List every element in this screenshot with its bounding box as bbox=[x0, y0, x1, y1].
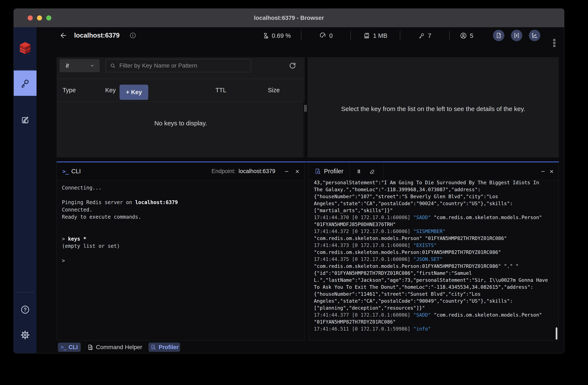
profiler-scrollbar[interactable] bbox=[556, 327, 557, 340]
kebab-dot bbox=[553, 42, 555, 44]
tab-command-helper-label: Command Helper bbox=[96, 344, 142, 351]
filter-sliders-icon bbox=[64, 62, 71, 69]
search-input[interactable] bbox=[119, 62, 238, 69]
sidebar-item-settings[interactable] bbox=[14, 324, 37, 345]
cli-header: >_ CLI Endpoint: localhost:6379 − × bbox=[57, 162, 305, 180]
profiler-title-group: Profiler bbox=[309, 168, 349, 175]
profiler-minimize-button[interactable]: − bbox=[541, 168, 545, 175]
json-file-icon: {;} bbox=[495, 32, 502, 39]
pause-icon[interactable] bbox=[356, 168, 362, 174]
tab-cli[interactable]: >_ CLI bbox=[58, 343, 81, 352]
stat-memory: 1 MB bbox=[351, 32, 400, 39]
redis-logo-icon bbox=[19, 41, 32, 54]
stat-keys-value: 7 bbox=[428, 32, 431, 39]
log-line: "com.redis.om.skeleton.models.Person:01F… bbox=[314, 263, 555, 270]
key-type-filter-dropdown[interactable] bbox=[60, 59, 100, 72]
log-line: The Galaxy.","homeLoc":"-118.399968,34.0… bbox=[314, 186, 555, 193]
log-line: "com.redis.om.skeleton.models.Person" "0… bbox=[314, 235, 555, 242]
clear-eraser-icon[interactable] bbox=[369, 168, 375, 175]
log-line: {"houseNumber":"11461","street":"Sunset … bbox=[314, 291, 555, 298]
stat-memory-value: 1 MB bbox=[373, 32, 387, 39]
tab-profiler[interactable]: Profiler bbox=[148, 343, 180, 352]
analytics-button[interactable] bbox=[529, 30, 540, 41]
app-window: localhost:6379 - Browser bbox=[14, 8, 564, 353]
key-icon bbox=[418, 32, 425, 39]
resize-bar bbox=[305, 105, 305, 112]
json-file-button[interactable]: {;} bbox=[493, 30, 504, 41]
divider bbox=[16, 70, 34, 70]
hourglass-icon bbox=[262, 32, 269, 39]
stat-commands: 0 bbox=[301, 32, 350, 39]
sidebar-item-help[interactable]: ? bbox=[14, 299, 37, 320]
keyboard-button[interactable] bbox=[511, 30, 522, 41]
cli-minimize-button[interactable]: − bbox=[285, 168, 289, 175]
svg-text:?: ? bbox=[24, 307, 27, 312]
panel-resize-handle[interactable] bbox=[305, 105, 307, 112]
log-line: 17:41:44.372 [0 172.17.0.1:60006] "SISME… bbox=[314, 228, 555, 235]
window-title: localhost:6379 - Browser bbox=[14, 9, 564, 27]
divider bbox=[16, 292, 34, 293]
log-line: ["martial_arts","skills"]}" bbox=[314, 207, 555, 214]
search-icon bbox=[110, 62, 116, 69]
profiler-icon bbox=[150, 344, 156, 350]
log-line: Angeles","state":"CA","postalCode":"9004… bbox=[314, 298, 555, 304]
sidebar-item-workbench[interactable] bbox=[14, 108, 37, 132]
titlebar: localhost:6379 - Browser bbox=[14, 9, 564, 27]
memory-card-icon bbox=[363, 32, 370, 39]
divider bbox=[57, 101, 305, 102]
back-button[interactable] bbox=[59, 31, 67, 40]
column-type[interactable]: Type bbox=[63, 79, 76, 101]
redis-logo bbox=[14, 38, 37, 57]
help-icon: ? bbox=[20, 305, 30, 315]
profiler-output[interactable]: 43,"personalStatement":"I Am Going To Di… bbox=[309, 181, 559, 340]
svg-text:{;}: {;} bbox=[497, 35, 500, 37]
speedometer-icon bbox=[319, 32, 326, 39]
column-key[interactable]: Key bbox=[105, 79, 116, 101]
users-icon bbox=[460, 32, 467, 39]
sidebar-item-browser[interactable] bbox=[14, 70, 37, 96]
profiler-header: Profiler − × bbox=[309, 162, 559, 180]
no-keys-message: No keys to display. bbox=[57, 120, 305, 127]
log-line: L.","lastName":"Jackson","age":73,"perso… bbox=[314, 277, 555, 284]
tab-command-helper[interactable]: Command Helper bbox=[87, 344, 142, 351]
document-icon bbox=[87, 344, 93, 350]
edit-icon bbox=[20, 115, 30, 125]
stat-keys: 7 bbox=[400, 32, 449, 39]
log-line: 17:41:44.377 [0 172.17.0.1:60006] "SADD"… bbox=[314, 312, 555, 319]
key-icon bbox=[20, 78, 30, 88]
refresh-keys-button[interactable] bbox=[289, 62, 296, 70]
column-ttl[interactable]: TTL bbox=[215, 79, 226, 101]
profiler-panel: Profiler − × 43,"personalStatement":"I A… bbox=[309, 162, 559, 341]
log-line bbox=[62, 228, 300, 235]
log-line: 17:41:44.373 [0 172.17.0.1:60006] "EXIST… bbox=[314, 242, 555, 249]
stat-commands-value: 0 bbox=[329, 32, 333, 39]
cli-output[interactable]: Connecting... Pinging Redis server on lo… bbox=[57, 181, 305, 340]
stat-cpu: 0.69 % bbox=[252, 32, 301, 39]
endpoint-label: Endpoint: bbox=[211, 168, 235, 175]
gear-icon bbox=[20, 330, 30, 340]
stat-clients-value: 5 bbox=[470, 32, 473, 39]
stat-cpu-value: 0.69 % bbox=[272, 32, 291, 39]
add-key-button[interactable]: + Key bbox=[120, 85, 148, 100]
log-line: (empty list or set) bbox=[62, 243, 300, 250]
log-line: Ready to execute commands. bbox=[62, 213, 300, 221]
back-arrow-icon bbox=[59, 31, 67, 40]
info-icon bbox=[129, 32, 136, 39]
refresh-icon bbox=[289, 62, 296, 70]
log-line: To Ask You To Exit The Donut","homeLoc":… bbox=[314, 284, 555, 291]
profiler-close-button[interactable]: × bbox=[549, 168, 554, 175]
log-line: "01FYAN5HMP82TH7RDYZ01RC086" bbox=[314, 319, 555, 325]
overflow-menu-button[interactable] bbox=[550, 39, 558, 47]
cli-close-button[interactable]: × bbox=[295, 168, 299, 175]
db-stats: 0.69 % 0 1 MB 7 bbox=[252, 27, 483, 44]
log-line: > keys * bbox=[62, 235, 300, 243]
info-button[interactable] bbox=[129, 32, 136, 39]
log-line bbox=[62, 250, 300, 257]
cli-prompt-icon: >_ bbox=[62, 168, 68, 175]
kebab-dot bbox=[553, 45, 555, 47]
cli-prompt-icon: >_ bbox=[61, 344, 66, 350]
profiler-controls bbox=[350, 168, 383, 175]
key-search bbox=[105, 59, 251, 72]
column-size[interactable]: Size bbox=[268, 79, 280, 101]
stat-clients: 5 bbox=[450, 32, 483, 39]
